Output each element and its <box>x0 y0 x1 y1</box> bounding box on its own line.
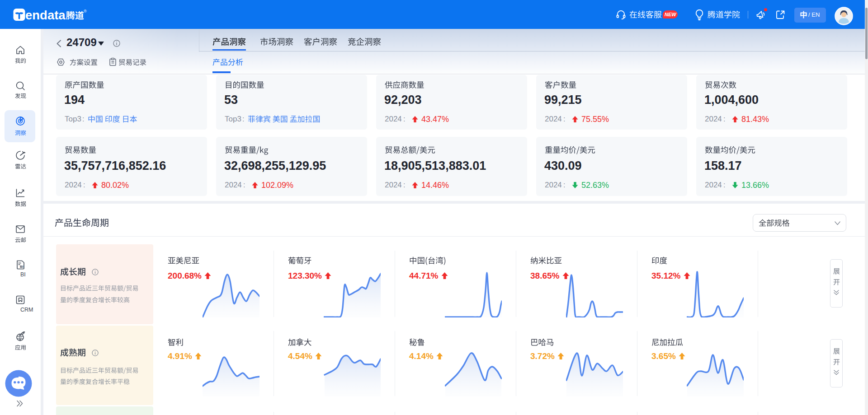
svg-text:BI: BI <box>20 265 24 269</box>
